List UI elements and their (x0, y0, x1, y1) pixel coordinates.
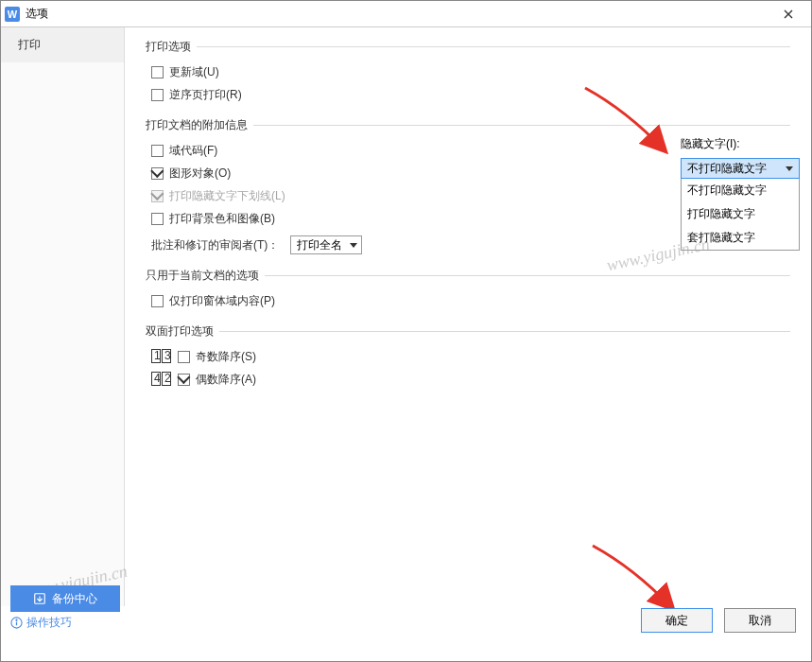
checkbox-field-codes[interactable] (151, 145, 164, 157)
option-hidden-text-0[interactable]: 不打印隐藏文字 (682, 179, 799, 202)
select-reviewer-value: 打印全名 (297, 237, 342, 253)
odd-pages-icon: 13 (151, 349, 172, 364)
cancel-button[interactable]: 取消 (724, 608, 796, 633)
body: 打印 打印选项 更新域(U) 逆序页打印(R) 打印文档的附加信息 域代码(F) (1, 27, 811, 606)
even-pages-icon: 42 (151, 372, 172, 387)
legend-doc-additional: 打印文档的附加信息 (146, 117, 253, 133)
backup-center-button[interactable]: 备份中心 (10, 585, 120, 612)
window-title: 选项 (26, 6, 48, 22)
app-icon (5, 7, 20, 22)
legend-print-options: 打印选项 (146, 39, 197, 55)
label-hidden-text: 隐藏文字(I): (681, 136, 800, 152)
combo-hidden-text[interactable]: 不打印隐藏文字 (681, 158, 800, 179)
label-field-codes: 域代码(F) (169, 143, 217, 159)
label-reviewer: 批注和修订的审阅者(T)： (151, 237, 279, 253)
group-print-options: 打印选项 更新域(U) 逆序页打印(R) (146, 39, 790, 115)
select-reviewer[interactable]: 打印全名 (290, 235, 362, 254)
titlebar: 选项 (1, 1, 811, 27)
label-update-fields: 更新域(U) (169, 64, 219, 80)
caret-down-icon (350, 243, 357, 248)
checkbox-background[interactable] (151, 213, 164, 225)
legend-current-doc: 只用于当前文档的选项 (146, 268, 265, 284)
ok-button[interactable]: 确定 (641, 608, 713, 633)
svg-text:2: 2 (164, 372, 171, 385)
svg-text:3: 3 (164, 349, 171, 362)
close-button[interactable] (769, 2, 807, 26)
label-form-fields-only: 仅打印窗体域内容(P) (169, 293, 275, 309)
close-icon (784, 9, 793, 19)
tips-label: 操作技巧 (26, 615, 72, 631)
checkbox-odd-desc[interactable] (178, 351, 190, 363)
label-reverse-order: 逆序页打印(R) (169, 87, 242, 103)
backup-icon (33, 592, 46, 605)
label-odd-desc: 奇数降序(S) (196, 349, 256, 365)
main-panel: 打印选项 更新域(U) 逆序页打印(R) 打印文档的附加信息 域代码(F) 图形… (125, 27, 811, 606)
svg-text:1: 1 (154, 349, 161, 362)
button-bar: 确定 取消 (641, 608, 796, 633)
svg-point-10 (16, 618, 17, 619)
checkbox-hidden-underline (151, 190, 164, 202)
caret-down-icon (786, 166, 793, 171)
option-hidden-text-1[interactable]: 打印隐藏文字 (682, 202, 799, 226)
sidebar: 打印 (1, 27, 125, 606)
svg-text:4: 4 (154, 372, 161, 385)
checkbox-update-fields[interactable] (151, 66, 164, 78)
option-hidden-text-2[interactable]: 套打隐藏文字 (682, 226, 799, 250)
info-icon (10, 617, 23, 629)
checkbox-reverse-order[interactable] (151, 89, 164, 101)
group-current-doc: 只用于当前文档的选项 仅打印窗体域内容(P) (146, 268, 790, 322)
sidebar-item-print[interactable]: 打印 (1, 27, 124, 62)
dropdown-hidden-text: 不打印隐藏文字 打印隐藏文字 套打隐藏文字 (681, 179, 800, 251)
group-duplex: 双面打印选项 13 奇数降序(S) 42 偶数降序(A) (146, 323, 790, 400)
label-drawings: 图形对象(O) (169, 166, 231, 182)
combo-hidden-text-value: 不打印隐藏文字 (687, 161, 767, 177)
label-background: 打印背景色和图像(B) (169, 211, 275, 227)
checkbox-drawings[interactable] (151, 167, 164, 180)
tips-link[interactable]: 操作技巧 (10, 614, 72, 631)
checkbox-even-desc[interactable] (178, 374, 190, 386)
backup-center-label: 备份中心 (52, 591, 97, 607)
legend-duplex: 双面打印选项 (146, 323, 219, 340)
label-even-desc: 偶数降序(A) (196, 372, 256, 388)
checkbox-form-fields-only[interactable] (151, 295, 164, 307)
label-hidden-underline: 打印隐藏文字下划线(L) (169, 188, 285, 204)
hidden-text-panel: 隐藏文字(I): 不打印隐藏文字 不打印隐藏文字 打印隐藏文字 套打隐藏文字 (681, 136, 800, 251)
